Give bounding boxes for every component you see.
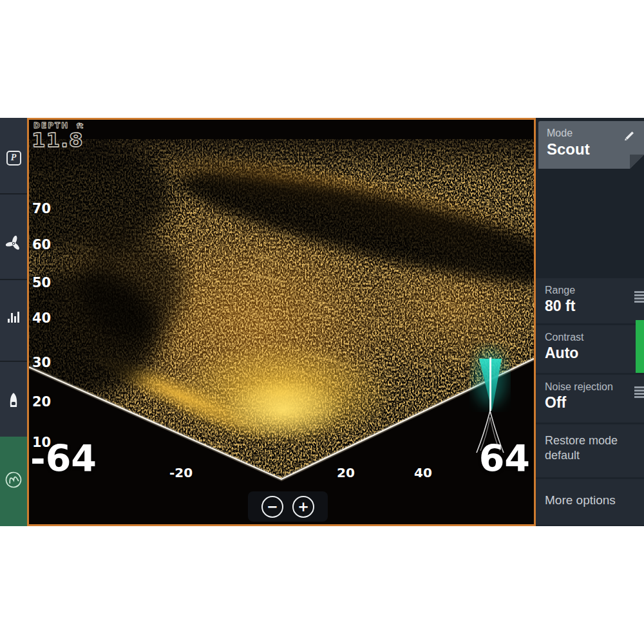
p-badge-icon: P	[6, 151, 21, 166]
range-scale-tick-20: 20	[337, 465, 355, 480]
menu-item-noise-rejection[interactable]: Noise rejection Off	[536, 375, 644, 422]
sidebar-item-vessel[interactable]	[0, 386, 27, 415]
menu-item-range[interactable]: Range 80 ft	[536, 278, 644, 323]
divider	[0, 361, 27, 362]
depth-scale-70: 70	[32, 201, 51, 216]
depth-scale-30: 30	[32, 355, 51, 370]
depth-scale-50: 50	[32, 275, 51, 290]
slider-lines-icon	[634, 290, 644, 304]
depth-readout-value: 11.8	[32, 128, 84, 151]
mode-card[interactable]: Mode Scout	[538, 121, 644, 169]
menu-item-contrast[interactable]: Contrast Auto	[536, 325, 644, 373]
range-scale-tick-neg20: -20	[169, 465, 193, 480]
sidebar-item-gauges[interactable]	[0, 303, 27, 331]
bar-chart-icon	[8, 312, 19, 323]
sidebar-item-mercury[interactable]	[0, 466, 27, 494]
sonar-view[interactable]: DEPTH ft 11.8 70 60 50 40 30 20 10 -64 -…	[27, 118, 536, 526]
propeller-icon	[6, 236, 21, 251]
noise-rejection-value: Off	[545, 394, 644, 412]
depth-scale-20: 20	[32, 394, 51, 410]
slider-lines-icon	[634, 385, 644, 399]
menu-item-restore-mode-default[interactable]: Restore mode default	[536, 424, 644, 477]
zoom-in-button[interactable]: +	[292, 496, 314, 518]
sonar-fan-graphic	[29, 120, 534, 524]
contrast-label: Contrast	[545, 332, 644, 343]
range-scale-left-limit: -64	[30, 440, 97, 477]
mercury-logo-icon	[4, 470, 23, 489]
display-screen: P	[0, 118, 644, 526]
left-toolbar: P	[0, 118, 27, 526]
divider	[0, 279, 27, 280]
depth-scale-40: 40	[32, 310, 51, 326]
depth-scale-60: 60	[32, 237, 51, 252]
zoom-out-button[interactable]: −	[261, 496, 283, 518]
green-level-bar	[636, 320, 644, 373]
settings-menu: Mode Scout Range 80 ft Contrast Auto	[536, 118, 644, 526]
range-value: 80 ft	[545, 298, 644, 315]
more-options-label: More options	[545, 486, 644, 507]
zoom-controls: − +	[248, 491, 328, 522]
divider	[0, 193, 27, 194]
menu-item-more-options[interactable]: More options	[536, 479, 644, 525]
fishfinder-screenshot: P	[0, 0, 644, 644]
pencil-edit-icon	[623, 129, 636, 142]
range-label: Range	[545, 285, 644, 296]
boat-icon	[7, 392, 20, 409]
restore-mode-default-label: Restore mode default	[545, 431, 629, 464]
noise-rejection-label: Noise rejection	[545, 381, 644, 393]
sidebar-item-propulsion[interactable]	[0, 229, 27, 258]
range-scale-tick-40: 40	[414, 465, 432, 480]
contrast-value: Auto	[545, 345, 644, 362]
range-scale-right-limit: 64	[479, 440, 530, 477]
sidebar-item-pilot[interactable]: P	[0, 144, 27, 172]
folded-corner	[630, 155, 644, 169]
